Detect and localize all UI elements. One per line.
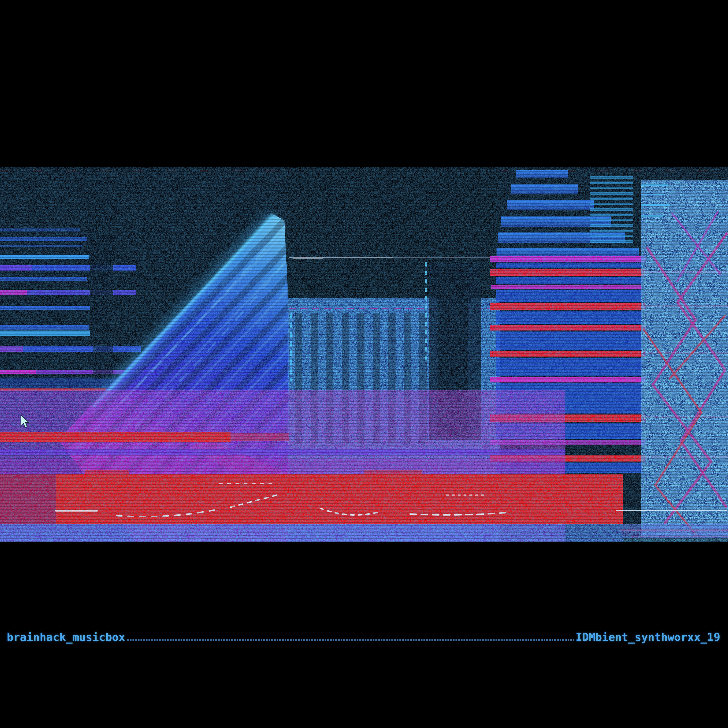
track-name-left: brainhack_musicbox — [7, 630, 125, 644]
mouse-cursor-icon — [20, 414, 30, 428]
spectrogram-canvas — [0, 167, 728, 541]
grain-overlay — [0, 167, 728, 541]
leader-dots — [127, 639, 574, 641]
track-name-right: IDMbient_synthworxx_19 — [576, 630, 720, 644]
footer-track-info: brainhack_musicbox IDMbient_synthworxx_1… — [7, 630, 720, 644]
album-art-canvas: brainhack_musicbox IDMbient_synthworxx_1… — [0, 0, 728, 728]
